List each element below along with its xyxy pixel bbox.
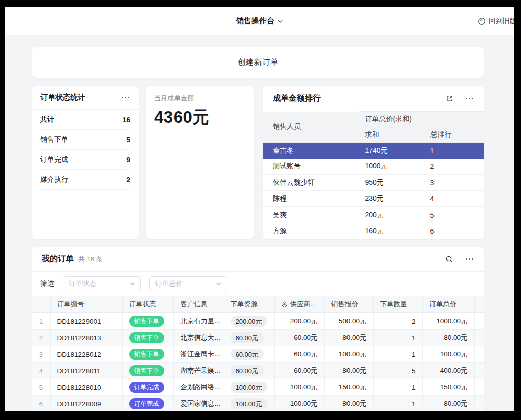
col-header-resource[interactable]: 下单资源 (224, 296, 274, 313)
create-order-button[interactable]: 创建新订单 (32, 47, 484, 78)
sum-value: 950元 (359, 175, 424, 191)
row-index: 1 (32, 313, 50, 330)
order-no: DD181228013 (50, 330, 122, 346)
sales-quote: 100.00元 (324, 346, 373, 363)
status-badge: 订单完成 (129, 382, 164, 393)
ranking-row[interactable]: 陈程 230元 4 (263, 191, 484, 207)
search-icon[interactable] (445, 255, 453, 263)
rank-value: 2 (424, 159, 484, 175)
col-header-supplier-label: 供应商... (290, 300, 316, 309)
more-menu-icon[interactable] (465, 256, 474, 262)
stats-row: 订单状态统计 共计 16 销售下单 5 订单完成 9 (32, 86, 484, 239)
resource-price-chip: 100.00元 (231, 398, 268, 409)
screenshot-frame: 销售操作台 回到旧版 创建新订单 (0, 0, 521, 420)
open-in-new-icon[interactable] (446, 95, 453, 102)
col-header-rank[interactable]: 总排行 (424, 127, 484, 143)
col-header-order-no[interactable]: 订单编号 (50, 296, 122, 313)
amount-label: 当月成单金额 (154, 94, 245, 103)
sum-value: 160元 (359, 223, 424, 239)
status-value: 16 (122, 116, 130, 124)
status-value: 9 (126, 156, 130, 164)
resource-price-chip: 200.00元 (231, 316, 268, 327)
person-name: 秦吉冬 (263, 143, 359, 159)
revert-icon (478, 17, 486, 25)
resource-price-chip: 60.00元 (231, 349, 264, 360)
customer-name: 湖南芒果娱… (173, 363, 224, 379)
orders-count: 共 16 条 (78, 255, 103, 264)
orders-card-title: 我的订单 (42, 254, 74, 264)
order-row[interactable]: 2 DD181228013 销售下单 北京信息大… 60.00元 60.00元 … (32, 330, 484, 346)
status-label: 销售下单 (40, 135, 68, 144)
order-quantity: 1 (373, 396, 422, 411)
workspace-switcher[interactable]: 销售操作台 (236, 16, 283, 26)
supplier-price: 100.00元 (274, 396, 324, 411)
order-total: 1000.00元 (422, 313, 474, 330)
col-header-total[interactable]: 订单总价 (422, 296, 474, 313)
more-menu-icon[interactable] (121, 95, 130, 100)
filter-order-status-select[interactable]: 订单状态 (63, 276, 141, 291)
select-placeholder: 订单总价 (155, 279, 183, 288)
order-row[interactable]: 4 DD181228011 销售下单 湖南芒果娱… 60.00元 60.00元 … (32, 363, 484, 379)
ranking-row[interactable]: 伙伴云魏少轩 950元 3 (263, 175, 484, 191)
more-menu-icon[interactable] (465, 96, 474, 101)
ranking-row-selected[interactable]: 秦吉冬 1740元 1 (263, 143, 484, 159)
page-title: 销售操作台 (236, 16, 274, 26)
row-index: 6 (32, 396, 50, 411)
customer-name: 北京信息大… (173, 330, 224, 346)
order-no: DD181229001 (50, 313, 122, 330)
status-row-media[interactable]: 媒介执行 2 (40, 170, 130, 190)
col-header-quote[interactable]: 销售报价 (324, 296, 373, 313)
sum-value: 1000元 (359, 159, 424, 175)
col-header-status[interactable]: 订单状态 (122, 296, 173, 313)
amount-value: 4360元 (154, 106, 245, 129)
ranking-row[interactable]: 测试账号 1000元 2 (263, 159, 484, 175)
filter-bar: 筛选 订单状态 订单总价 (32, 272, 484, 296)
col-header-quantity[interactable]: 下单数量 (373, 296, 422, 313)
order-total: 400.00元 (422, 363, 474, 379)
col-header-person[interactable]: 销售人员 (263, 112, 359, 143)
back-to-old-version-button[interactable]: 回到旧版 (478, 7, 514, 35)
order-row[interactable]: 1 DD181229001 销售下单 北京有力量… 200.00元 200.00… (32, 313, 484, 330)
order-no: DD181228011 (50, 363, 122, 379)
status-row-sales[interactable]: 销售下单 5 (40, 130, 130, 150)
chevron-down-icon (130, 282, 135, 285)
order-no: DD181228009 (50, 396, 122, 411)
resource-price-chip: 60.00元 (231, 365, 264, 376)
col-header-customer[interactable]: 客户信息 (173, 296, 224, 313)
status-row-total[interactable]: 共计 16 (40, 110, 130, 130)
order-row[interactable]: 5 DD181228010 订单完成 企划路网络… 100.00元 100.00… (32, 379, 484, 396)
orders-header-row: 订单编号 订单状态 客户信息 下单资源 (32, 296, 484, 313)
order-quantity: 2 (373, 313, 422, 330)
status-label: 媒介执行 (40, 175, 68, 184)
back-button-label: 回到旧版 (489, 17, 514, 26)
order-row[interactable]: 3 DD181228012 销售下单 浙江金鹰卡… 60.00元 60.00元 … (32, 346, 484, 363)
chevron-down-icon (278, 20, 283, 23)
status-row-complete[interactable]: 订单完成 9 (40, 150, 130, 170)
filter-label: 筛选 (40, 279, 54, 288)
col-header-extra (474, 296, 484, 313)
row-index: 2 (32, 330, 50, 346)
status-badge: 销售下单 (129, 365, 164, 376)
person-name: 方源 (263, 223, 359, 239)
order-total: 80.00元 (422, 396, 474, 411)
col-header-supplier[interactable]: 供应商... (274, 296, 324, 313)
order-row[interactable]: 6 DD181228009 订单完成 爱国家信息… 100.00元 100.00… (32, 396, 484, 411)
ranking-row[interactable]: 方源 160元 6 (263, 223, 484, 239)
customer-name: 北京有力量… (173, 313, 224, 330)
top-bar: 销售操作台 回到旧版 (5, 7, 514, 35)
relation-icon (281, 301, 288, 308)
col-header-group[interactable]: 订单总价(求和) (359, 112, 484, 127)
order-total: 150.00元 (422, 379, 474, 396)
sales-quote: 80.00元 (324, 396, 373, 411)
col-header-sum[interactable]: 求和 (359, 127, 424, 143)
orders-card-header: 我的订单 共 16 条 (32, 247, 484, 272)
supplier-price: 100.00元 (274, 379, 324, 396)
status-value: 5 (126, 136, 130, 144)
order-total: 100.00元 (422, 346, 474, 363)
status-badge: 销售下单 (129, 332, 164, 343)
ranking-row[interactable]: 吴爽 200元 5 (263, 207, 484, 223)
filter-order-total-select[interactable]: 订单总价 (149, 276, 227, 291)
customer-name: 爱国家信息… (173, 396, 224, 411)
status-label: 订单完成 (40, 155, 68, 164)
person-name: 陈程 (263, 191, 359, 207)
